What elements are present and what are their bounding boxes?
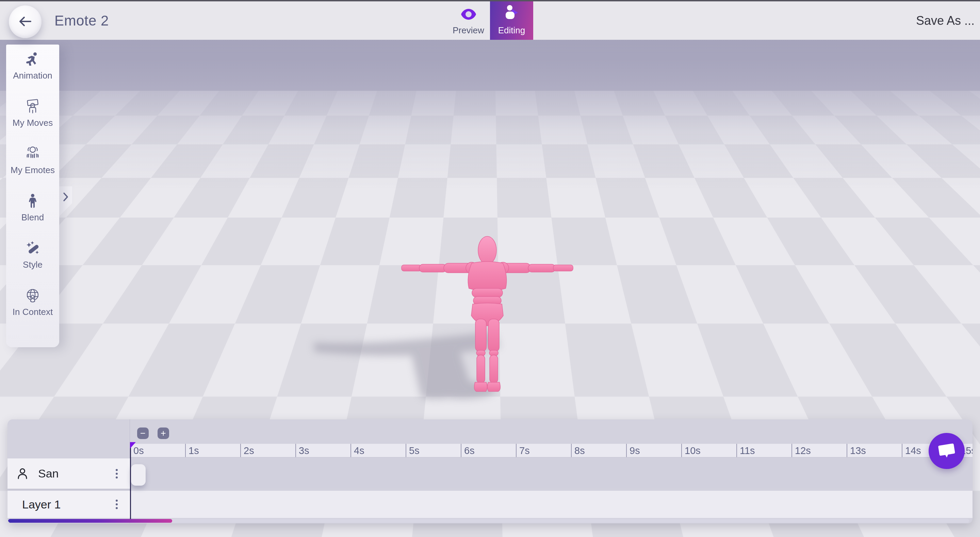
tick-line <box>350 444 351 457</box>
tick-line <box>240 444 241 457</box>
person-play-icon <box>503 5 520 22</box>
timeline-zoom-in-button[interactable]: + <box>158 427 169 439</box>
emote-editor-app: Emote 2 Preview <box>0 0 980 537</box>
tick-line <box>791 444 792 457</box>
back-button[interactable] <box>9 5 41 38</box>
track-header-san[interactable]: San <box>8 458 130 489</box>
tick-label: 10s <box>685 445 701 456</box>
sidebar-item-label: Style <box>23 259 43 270</box>
tick-line <box>902 444 902 457</box>
tick-label: 7s <box>519 445 530 456</box>
topbar: Emote 2 Preview <box>0 2 980 40</box>
tick-label: 14s <box>905 445 921 456</box>
tools-sidebar: Animation My Moves <box>6 44 59 347</box>
sidebar-item-my-moves[interactable]: My Moves <box>6 99 59 128</box>
tick-line <box>846 444 847 457</box>
magic-wand-icon <box>25 240 40 256</box>
tick-line <box>516 444 517 457</box>
sidebar-item-label: My Emotes <box>11 165 55 175</box>
tab-preview[interactable]: Preview <box>447 2 490 40</box>
track-name: San <box>38 467 59 480</box>
person-banner-icon <box>25 99 40 114</box>
save-as-button[interactable]: Save As ... <box>916 2 975 40</box>
chat-button[interactable] <box>929 433 965 469</box>
chat-bubble-icon <box>936 441 957 461</box>
track-header-layer1[interactable]: Layer 1 <box>8 491 130 518</box>
tick-line <box>681 444 682 457</box>
page-title: Emote 2 <box>54 2 109 40</box>
tick-label: 12s <box>795 445 811 456</box>
group-icon <box>25 146 40 162</box>
timeline-scrollbar[interactable] <box>8 519 969 523</box>
sidebar-item-label: Blend <box>21 212 44 223</box>
sidebar-item-animation[interactable]: Animation <box>6 51 59 81</box>
sidebar-item-label: My Moves <box>13 118 53 128</box>
tick-line <box>571 444 572 457</box>
sidebar-item-style[interactable]: Style <box>6 240 59 270</box>
animation-clip[interactable] <box>131 464 146 486</box>
sidebar-item-label: In Context <box>13 307 53 317</box>
tab-editing-label: Editing <box>498 25 525 36</box>
sidebar-item-blend[interactable]: Blend <box>6 193 59 223</box>
tick-line <box>626 444 627 457</box>
tick-label: 4s <box>354 445 364 456</box>
tick-line <box>461 444 461 457</box>
tick-line <box>185 444 186 457</box>
tick-label: 5s <box>409 445 420 456</box>
track-name: Layer 1 <box>22 498 60 511</box>
tick-line <box>406 444 406 457</box>
sidebar-item-in-context[interactable]: In Context <box>6 288 59 317</box>
tick-label: 2s <box>243 445 254 456</box>
tick-label: 11s <box>740 445 755 456</box>
timeline-panel: 0s1s2s3s4s5s6s7s8s9s10s11s12s13s14s15s S… <box>8 419 972 523</box>
tick-label: 9s <box>630 445 640 456</box>
tick-line <box>737 444 737 457</box>
track-menu-button[interactable] <box>114 467 120 481</box>
person-outline-icon <box>17 468 28 480</box>
sidebar-item-my-emotes[interactable]: My Emotes <box>6 146 59 175</box>
tick-label: 8s <box>574 445 585 456</box>
runner-icon <box>25 51 40 67</box>
timeline-scrollbar-thumb[interactable] <box>8 519 172 523</box>
tick-label: 13s <box>850 445 866 456</box>
playhead-line <box>130 442 131 519</box>
tick-label: 6s <box>464 445 475 456</box>
tick-label: 1s <box>189 445 199 456</box>
tab-editing[interactable]: Editing <box>490 2 533 40</box>
tick-label: 0s <box>134 445 144 456</box>
sidebar-item-label: Animation <box>13 70 52 81</box>
track-lane-layer1[interactable] <box>130 491 972 518</box>
arrow-left-icon <box>18 14 33 30</box>
mode-tabs: Preview Editing <box>447 2 533 40</box>
eye-icon <box>460 8 477 22</box>
track-lane-san[interactable] <box>130 457 972 489</box>
globe-person-icon <box>25 288 40 303</box>
window-top-edge <box>0 0 980 2</box>
timeline-ruler[interactable]: 0s1s2s3s4s5s6s7s8s9s10s11s12s13s14s15s <box>130 444 972 457</box>
track-menu-button[interactable] <box>114 497 120 511</box>
timeline-zoom-out-button[interactable]: − <box>137 427 149 439</box>
person-icon <box>25 193 40 209</box>
tick-line <box>295 444 296 457</box>
tick-label: 3s <box>299 445 309 456</box>
tab-preview-label: Preview <box>453 25 484 36</box>
